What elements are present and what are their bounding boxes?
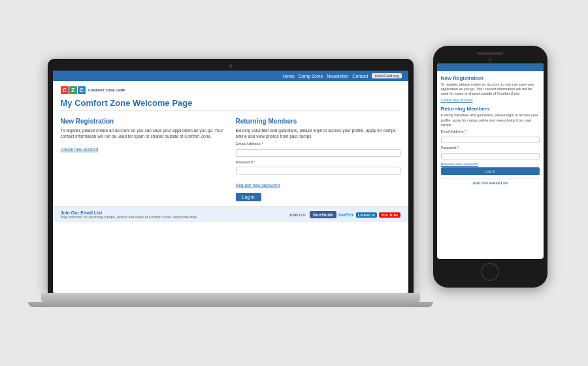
site-body: C Z C COMFORT ZONE CAMP My Comfort Zone …	[53, 81, 408, 207]
email-input[interactable]	[236, 149, 400, 157]
phone-camera	[489, 58, 492, 61]
phone-returning-text: Existing volunteer and guardians, please…	[441, 113, 540, 127]
new-reg-text: To register, please create an account so…	[61, 127, 225, 139]
laptop-outer: Home Camp Store Newsletter Contact Hello…	[48, 59, 414, 293]
password-input[interactable]	[236, 167, 400, 175]
logo-c2: C	[78, 86, 86, 94]
phone-password-label: Password *	[441, 146, 540, 150]
phone-password-input[interactable]	[441, 153, 540, 159]
laptop-foot	[28, 302, 433, 307]
forgot-password-link[interactable]: Request new password	[236, 183, 280, 188]
phone-speaker	[477, 52, 503, 55]
facebook-link[interactable]: facebook	[310, 211, 336, 218]
footer-email-list: Join Our Email List Stay informed of upc…	[61, 210, 197, 219]
returning-text: Existing volunteer and guardians, please…	[236, 127, 400, 139]
scene: Home Camp Store Newsletter Contact Hello…	[41, 46, 547, 320]
laptop-base	[41, 293, 420, 302]
phone-email-input[interactable]	[441, 137, 540, 143]
youtube-link[interactable]: You Tube	[379, 212, 400, 218]
join-us-label: JOIN US!	[289, 213, 306, 217]
logo-area: C Z C COMFORT ZONE CAMP	[61, 86, 400, 94]
phone-forgot-link[interactable]: Request new password	[441, 162, 540, 166]
twitter-link[interactable]: twitter	[338, 212, 354, 218]
phone-email-label: Email Address *	[441, 129, 540, 133]
site-footer: Join Our Email List Stay informed of upc…	[53, 207, 408, 222]
logo-z: Z	[69, 86, 77, 94]
nav-contact[interactable]: Contact	[352, 74, 368, 78]
password-label: Password *	[236, 160, 400, 164]
laptop: Home Camp Store Newsletter Contact Hello…	[41, 59, 420, 307]
phone-create-account-link[interactable]: Create new account	[441, 98, 540, 102]
phone-body: New Registration To register, please cre…	[437, 71, 544, 189]
phone-returning-title: Returning Members	[441, 106, 540, 112]
nav-newsletter[interactable]: Newsletter	[327, 74, 348, 78]
two-col-layout: New Registration To register, please cre…	[61, 118, 400, 201]
nav-home[interactable]: Home	[282, 74, 295, 78]
phone-footer-title: Join Our Email List	[441, 181, 540, 185]
laptop-screen: Home Camp Store Newsletter Contact Hello…	[53, 71, 408, 293]
phone-footer: Join Our Email List	[441, 178, 540, 185]
logo-c1: C	[61, 86, 69, 94]
czc-logo: C Z C	[61, 86, 86, 94]
logo-tagline: COMFORT ZONE CAMP	[88, 88, 125, 92]
email-label: Email Address *	[236, 142, 400, 146]
footer-title: Join Our Email List	[61, 210, 197, 215]
returning-members-section: Returning Members Existing volunteer and…	[236, 118, 400, 201]
phone-new-reg-title: New Registration	[441, 75, 540, 81]
phone-header	[437, 63, 544, 71]
login-button[interactable]: Log in	[236, 193, 261, 201]
phone: New Registration To register, please cre…	[433, 46, 547, 288]
laptop-camera	[229, 64, 233, 68]
new-registration-section: New Registration To register, please cre…	[61, 118, 225, 201]
phone-login-button[interactable]: Log in	[441, 167, 540, 175]
nav-camp-store[interactable]: Camp Store	[299, 74, 323, 78]
hello-grief-link[interactable]: HelloGrief.org	[372, 73, 401, 78]
create-account-link[interactable]: Create new account	[61, 147, 99, 152]
social-links: JOIN US! facebook twitter Linked in You …	[289, 211, 400, 218]
returning-title: Returning Members	[236, 118, 400, 125]
phone-new-reg-text: To register, please create an account so…	[441, 82, 540, 96]
site-header: Home Camp Store Newsletter Contact Hello…	[53, 71, 408, 81]
footer-text: Stay informed of upcoming camps, events …	[61, 215, 197, 219]
phone-home-button[interactable]	[481, 263, 499, 281]
page-title: My Comfort Zone Welcome Page	[61, 98, 400, 111]
phone-screen: New Registration To register, please cre…	[437, 63, 544, 259]
new-reg-title: New Registration	[61, 118, 225, 125]
linkedin-link[interactable]: Linked in	[356, 212, 377, 218]
